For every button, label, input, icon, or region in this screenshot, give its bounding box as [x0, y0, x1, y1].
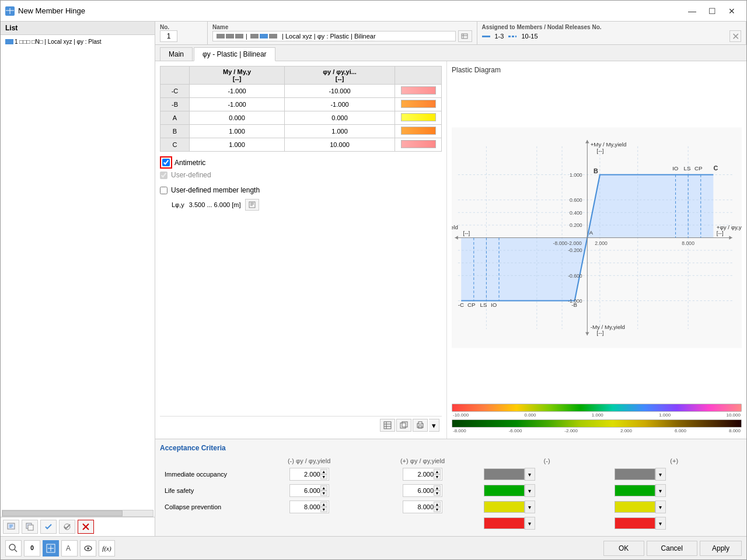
acc-pos-spin-up[interactable]: ▲ [434, 502, 441, 507]
table-cell-col1[interactable]: 1.000 [190, 125, 285, 138]
list-horizontal-scrollbar[interactable] [2, 510, 153, 517]
acc-neg-input[interactable] [291, 503, 320, 510]
y-label-1: 1.000 [570, 172, 582, 178]
list-content[interactable]: 1 □□□ □N□ | Local xyz | φy : Plast [1, 35, 155, 510]
table-cell-col2[interactable]: 1.000 [285, 125, 395, 138]
acc-pos-spin-down[interactable]: ▼ [434, 491, 441, 496]
right-panel: No. 1 Name | [155, 22, 746, 536]
acc-pos-spin-up[interactable]: ▲ [434, 469, 441, 474]
acc-neg-color-swatch [484, 468, 525, 480]
table-cell-col1[interactable]: 1.000 [190, 138, 285, 152]
acc-neg-spin-up[interactable]: ▲ [320, 469, 327, 474]
table-cell-col1[interactable]: -1.000 [190, 98, 285, 111]
chart-print-btn[interactable] [413, 419, 428, 432]
check2-button[interactable] [59, 520, 75, 534]
title-bar: New Member Hinge — ☐ ✕ [1, 1, 746, 22]
status-icon-zero[interactable]: 0 [24, 540, 40, 556]
ok-button[interactable]: OK [603, 541, 644, 556]
data-table: My / My,y [--] φy / φy,yi... [--] [160, 66, 442, 152]
name-icon4 [250, 34, 259, 38]
acc-pos-color-dd: ▾ [615, 468, 738, 481]
chart-print-arrow-btn[interactable]: ▾ [429, 419, 439, 432]
status-icon-eye[interactable] [80, 540, 96, 556]
acc-neg-val[interactable]: ▲ ▼ [253, 499, 365, 515]
acc-neg-val[interactable]: ▲ ▼ [253, 482, 365, 499]
diagram-svg: +φy / φy,yield [--] -φy / φy,yield [--] … [452, 76, 742, 399]
add-button[interactable] [3, 520, 19, 534]
acc-pos-input[interactable] [404, 503, 434, 510]
acc-neg-color-swatch [484, 501, 525, 513]
user-defined-checkbox[interactable] [160, 172, 167, 179]
chart-table-btn[interactable] [380, 419, 395, 432]
acc-neg-spin-down[interactable]: ▼ [320, 507, 327, 512]
acc-pos-color-arrow[interactable]: ▾ [655, 468, 666, 481]
minimize-button[interactable]: — [682, 3, 702, 19]
list-item[interactable]: 1 □□□ □N□ | Local xyz | φy : Plast [3, 37, 152, 46]
tab-phy[interactable]: φy - Plastic | Bilinear [194, 47, 275, 61]
table-col2-header: φy / φy,yi... [--] [285, 66, 395, 85]
cancel-button[interactable]: Cancel [647, 541, 697, 556]
acc-neg-color-dd: ▾ [484, 501, 608, 513]
length-select-button[interactable] [245, 199, 259, 211]
member-length-checkbox[interactable] [160, 187, 167, 194]
acc-neg-val[interactable]: ▲ ▼ [253, 466, 365, 482]
assigned-clear-button[interactable]: ✕ [729, 30, 741, 42]
acc-neg-phi-header: (-) φy / φy,yield [253, 456, 365, 466]
acc-neg-input[interactable] [291, 487, 320, 494]
window-title: New Member Hinge [18, 6, 85, 15]
acc-pos-val[interactable]: ▲ ▼ [365, 466, 480, 482]
apply-button[interactable]: Apply [700, 541, 742, 556]
acc-neg-input[interactable] [291, 471, 320, 478]
table-cell-col1[interactable]: 0.000 [190, 111, 285, 125]
name-edit-button[interactable] [458, 30, 472, 42]
chart-copy-btn[interactable] [396, 419, 411, 432]
table-cell-col2[interactable]: -1.000 [285, 98, 395, 111]
acc-pos-spin-up[interactable]: ▲ [434, 485, 441, 491]
acc-neg-color-arrow[interactable]: ▾ [525, 484, 535, 497]
x-label-n2: -2.000 [567, 240, 582, 246]
antimetric-label[interactable]: Antimetric [174, 159, 205, 167]
table-cell-col2[interactable]: 0.000 [285, 111, 395, 125]
title-bar-left: New Member Hinge [5, 6, 85, 16]
list-panel: List 1 □□□ □N□ | Local xyz | φy : Plast [1, 22, 155, 536]
acceptance-table: (-) φy / φy,yield (+) φy / φy,yield (-) … [160, 456, 742, 531]
copy-button[interactable] [22, 520, 38, 534]
status-icon-search[interactable] [5, 540, 22, 556]
acc-pos-color-arrow[interactable]: ▾ [655, 484, 666, 497]
member-length-label[interactable]: User-defined member length [171, 186, 260, 194]
acc-neg-spin-up[interactable]: ▲ [320, 485, 327, 491]
table-cell-col2[interactable]: -10.000 [285, 85, 395, 98]
no-box[interactable]: 1 [160, 30, 177, 42]
acc-neg-color-arrow[interactable]: ▾ [525, 501, 535, 513]
acc-empty-header [160, 456, 253, 466]
antimetric-checkbox[interactable] [162, 159, 170, 166]
acc-pos-val[interactable]: ▲ ▼ [365, 499, 480, 515]
table-cell-col2[interactable]: 10.000 [285, 138, 395, 152]
y-label-n02: -0.200 [568, 247, 582, 253]
chart-toolbar: ▾ [160, 416, 442, 434]
acc-neg-color-arrow[interactable]: ▾ [525, 468, 535, 481]
acc-neg-spin-down[interactable]: ▼ [320, 491, 327, 496]
checkbox-group: Antimetric User-defined [160, 156, 442, 179]
tab-main[interactable]: Main [160, 47, 193, 61]
acc-pos-color-arrow[interactable]: ▾ [655, 501, 666, 513]
acc-neg-spin-up[interactable]: ▲ [320, 502, 327, 507]
status-icon-cursor[interactable] [43, 540, 59, 556]
acc-pos-input[interactable] [404, 471, 434, 478]
delete-button[interactable] [78, 520, 94, 534]
maximize-button[interactable]: ☐ [702, 3, 722, 19]
close-button[interactable]: ✕ [722, 3, 742, 19]
acc-neg-spin-down[interactable]: ▼ [320, 474, 327, 480]
status-icon-text[interactable]: A [61, 540, 78, 556]
acc-pos-color-cell: ▾ [611, 499, 742, 515]
acc-pos-val[interactable]: ▲ ▼ [365, 482, 480, 499]
status-icon-func[interactable]: f(x) [99, 540, 115, 556]
acc-pos-color-dd: ▾ [615, 501, 738, 513]
acc-extra-pos-arrow[interactable]: ▾ [655, 517, 666, 530]
acc-pos-spin-down[interactable]: ▼ [434, 474, 441, 480]
table-cell-col1[interactable]: -1.000 [190, 85, 285, 98]
acc-pos-input[interactable] [404, 487, 434, 494]
acc-extra-neg-arrow[interactable]: ▾ [525, 517, 535, 530]
acc-pos-spin-down[interactable]: ▼ [434, 507, 441, 512]
check-button[interactable] [40, 520, 57, 534]
